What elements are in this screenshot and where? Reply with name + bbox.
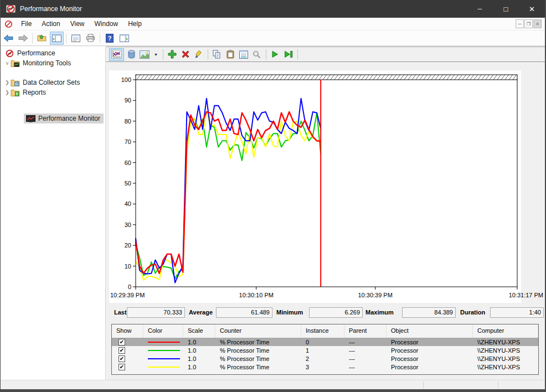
legend-header-row: Show Color Scale Counter Instance Parent… [112,324,538,338]
properties-button[interactable] [69,32,83,45]
column-header-scale[interactable]: Scale [183,324,215,338]
column-header-color[interactable]: Color [143,324,183,338]
duration-value: 1:40 [490,307,544,318]
counter-row-processor-3[interactable]: ✔ 1.0 % Processor Time 3 --- Processor \… [112,363,538,371]
view-current-activity-button[interactable] [109,48,124,61]
chart-toolbar: ▼ [106,47,546,62]
window-frame-border [1,389,545,392]
mdi-minimize-button[interactable]: ─ [516,19,524,28]
column-header-show[interactable]: Show [112,324,143,338]
tree-item-performance-monitor[interactable]: Performance Monitor [26,114,100,123]
properties-window-icon [71,34,80,42]
add-counter-button[interactable] [166,48,178,61]
counter-color-swatch [148,342,180,343]
change-graph-type-button[interactable] [138,48,151,61]
column-header-parent[interactable]: Parent [344,324,387,338]
tree-item-label: Reports [23,89,46,96]
perfmon-app-icon [6,4,16,14]
show-checkbox[interactable]: ✔ [119,355,125,362]
show-action-pane-button[interactable] [117,32,131,45]
counter-row-processor-1[interactable]: ✔ 1.0 % Processor Time 1 --- Processor \… [112,346,538,354]
print-button[interactable] [84,32,97,45]
svg-text:10: 10 [125,263,131,270]
svg-text:50: 50 [125,180,131,187]
tree-item-data-collector-sets[interactable]: ❯ Data Collector Sets [4,78,80,87]
unfreeze-display-button[interactable] [269,48,281,61]
column-header-counter[interactable]: Counter [215,324,301,338]
update-data-button[interactable] [282,48,295,61]
maximum-label: Maximum [365,309,394,316]
paste-counter-list-button[interactable] [224,48,236,61]
tree-item-performance[interactable]: Performance [5,48,55,58]
menu-bar: File Action View Window Help ─ ❐ ✕ [1,18,545,30]
chevron-collapsed-icon[interactable]: ❯ [4,90,11,95]
mdi-close-button[interactable]: ✕ [533,19,542,28]
counter-row-processor-2[interactable]: ✔ 1.0 % Processor Time 2 --- Processor \… [112,354,538,363]
last-value: 70.333 [127,307,185,318]
close-icon: ✕ [529,5,535,13]
instance-cell: 2 [301,354,344,363]
delete-x-icon [181,50,190,59]
console-tree-pane: Performance ∨ Monitoring Tools Performan… [1,47,106,380]
check-icon: ✔ [120,356,124,362]
svg-text:10:30:10 PM: 10:30:10 PM [239,292,274,298]
graph-type-icon [140,50,150,59]
average-label: Average [189,309,213,316]
svg-text:30: 30 [125,221,131,228]
counter-cell: % Processor Time [215,338,301,346]
menu-action[interactable]: Action [37,18,65,29]
svg-text:10:29:39 PM: 10:29:39 PM [110,292,145,298]
zoom-button[interactable] [251,48,263,61]
counter-legend-table: Show Color Scale Counter Instance Parent… [111,324,539,375]
status-bar-separator [498,381,498,389]
play-icon [271,50,279,58]
add-plus-icon [168,50,177,59]
counter-cell: % Processor Time [215,354,301,363]
back-button[interactable] [1,32,15,45]
chart-toolbar-separator [266,49,266,59]
duration-label: Duration [460,309,485,316]
close-button[interactable]: ✕ [519,0,545,18]
highlight-button[interactable] [193,48,205,61]
performance-monitor-pane: ▼ [106,47,546,380]
minimize-button[interactable]: ─ [467,0,493,18]
column-header-computer[interactable]: Computer [473,324,538,338]
menu-view[interactable]: View [65,18,90,29]
menu-window[interactable]: Window [90,18,123,29]
help-button[interactable]: ? [102,32,116,45]
computer-cell: \\ZHENYU-XPS [473,363,538,371]
copy-properties-button[interactable] [211,48,223,61]
svg-text:100: 100 [121,76,131,83]
up-one-level-button[interactable] [35,32,49,45]
computer-cell: \\ZHENYU-XPS [473,346,538,354]
menu-help[interactable]: Help [123,18,147,29]
chart-properties-button[interactable] [238,48,250,61]
counter-color-swatch [148,367,180,368]
chevron-collapsed-icon[interactable]: ❯ [4,80,11,85]
mdi-restore-button[interactable]: ❐ [524,19,533,28]
line-chart-icon [111,50,122,59]
object-cell: Processor [387,363,473,371]
forward-arrow-icon [18,34,28,42]
tree-item-monitoring-tools[interactable]: ∨ Monitoring Tools [4,58,71,68]
forward-button[interactable] [16,32,30,45]
maximum-value: 84.389 [402,307,456,318]
delete-button[interactable] [179,48,192,61]
chevron-expanded-icon[interactable]: ∨ [4,60,11,66]
show-checkbox[interactable]: ✔ [119,339,125,345]
show-console-tree-button[interactable] [50,32,64,45]
menu-file[interactable]: File [16,18,37,29]
column-header-instance[interactable]: Instance [301,324,344,338]
maximize-button[interactable]: □ [493,0,519,18]
counter-row-processor-0[interactable]: ✔ 1.0 % Processor Time 0 --- Processor \… [112,338,538,346]
graph-type-dropdown[interactable]: ▼ [152,48,160,61]
back-arrow-icon [3,34,13,42]
show-checkbox[interactable]: ✔ [119,364,125,370]
column-header-object[interactable]: Object [387,324,473,338]
tree-item-label: Performance Monitor [38,115,100,122]
tree-item-reports[interactable]: ❯ Reports [4,87,46,97]
toolbar-separator [100,33,100,43]
view-log-data-button[interactable] [125,48,137,61]
show-checkbox[interactable]: ✔ [119,347,125,354]
properties-dialog-icon [239,50,248,59]
